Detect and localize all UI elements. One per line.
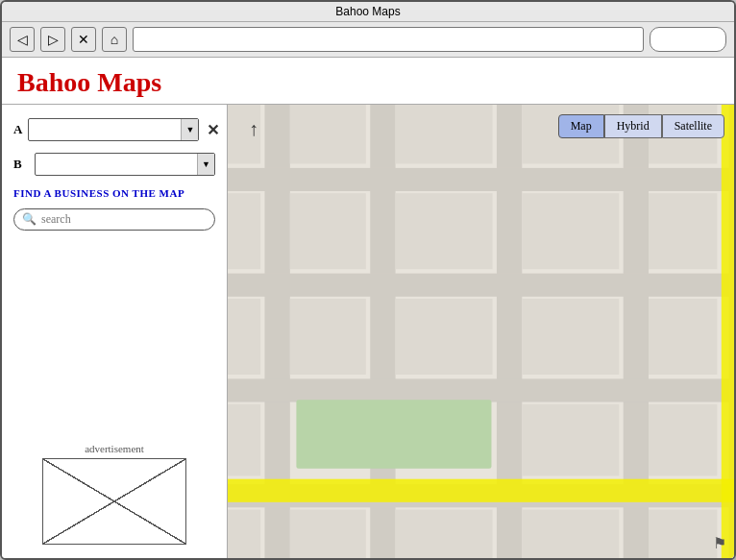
svg-rect-14: [396, 193, 493, 269]
title-bar: Bahoo Maps: [2, 2, 734, 22]
close-icon: ✕: [78, 32, 89, 47]
direction-b-dropdown[interactable]: ▼: [197, 154, 214, 175]
svg-rect-31: [290, 510, 366, 558]
hybrid-view-button[interactable]: Hybrid: [604, 114, 662, 138]
svg-rect-8: [228, 378, 734, 402]
svg-rect-30: [649, 404, 717, 476]
svg-rect-6: [228, 168, 734, 191]
svg-rect-7: [228, 274, 734, 297]
map-area: ↑ Map Hybrid Satellite ⚑: [228, 105, 734, 558]
nav-search-wrap: 🔍: [650, 27, 726, 52]
svg-rect-34: [649, 510, 717, 558]
svg-rect-24: [649, 299, 717, 375]
svg-rect-26: [228, 299, 260, 375]
north-arrow: ↑: [249, 118, 258, 140]
search-icon: 🔍: [22, 212, 37, 227]
ad-box: [42, 458, 186, 545]
find-business-link[interactable]: FIND A BUSINESS ON THE MAP: [13, 187, 215, 199]
home-icon: ⌂: [110, 32, 118, 47]
svg-rect-23: [649, 193, 717, 269]
svg-rect-32: [396, 510, 493, 558]
close-button[interactable]: ✕: [71, 27, 96, 52]
direction-b-row: B ▼: [13, 153, 215, 176]
direction-b-input[interactable]: [36, 155, 197, 174]
svg-rect-17: [396, 299, 493, 375]
page-title: Bahoo Maps: [17, 67, 161, 97]
direction-a-label: A: [13, 122, 22, 137]
svg-rect-35: [228, 510, 260, 558]
svg-rect-11: [722, 105, 734, 558]
home-button[interactable]: ⌂: [102, 27, 127, 52]
nav-bar: ◁ ▷ ✕ ⌂ 🔍: [2, 22, 734, 58]
svg-rect-19: [290, 105, 366, 163]
direction-a-input-wrap: ▼: [28, 118, 199, 141]
svg-rect-20: [396, 105, 493, 163]
forward-button[interactable]: ▷: [40, 27, 65, 52]
search-input[interactable]: [41, 212, 207, 227]
direction-a-input[interactable]: [29, 120, 181, 139]
page-title-bar: Bahoo Maps: [2, 58, 734, 104]
browser-window: Bahoo Maps ◁ ▷ ✕ ⌂ 🔍 Bahoo Maps: [0, 0, 736, 560]
satellite-view-button[interactable]: Satellite: [662, 114, 724, 138]
back-icon: ◁: [17, 32, 28, 47]
address-bar[interactable]: [133, 27, 644, 52]
svg-rect-16: [290, 299, 366, 375]
watermark: ⚑: [713, 534, 726, 552]
direction-a-dropdown[interactable]: ▼: [181, 119, 198, 140]
forward-icon: ▷: [48, 32, 59, 47]
map-svg: [228, 105, 734, 558]
back-button[interactable]: ◁: [10, 27, 35, 52]
direction-b-label: B: [13, 157, 29, 172]
direction-a-row: A ▼ ✕: [13, 118, 215, 141]
main-area: A ▼ ✕ B ▼ FIND A BUSINESS ON TH: [2, 104, 734, 558]
svg-rect-15: [522, 193, 619, 269]
svg-rect-33: [522, 510, 619, 558]
map-controls: Map Hybrid Satellite: [558, 114, 724, 138]
browser-title: Bahoo Maps: [335, 5, 400, 18]
sidebar: A ▼ ✕ B ▼ FIND A BUSINESS ON TH: [2, 105, 228, 558]
svg-rect-25: [228, 193, 260, 269]
map-view-button[interactable]: Map: [558, 114, 604, 138]
ad-label: advertisement: [85, 443, 144, 454]
svg-rect-10: [228, 479, 734, 502]
svg-rect-29: [522, 404, 619, 476]
page-content: Bahoo Maps A ▼ ✕ B: [2, 58, 734, 558]
svg-rect-13: [290, 193, 366, 269]
svg-rect-12: [296, 400, 491, 468]
clear-directions-button[interactable]: ✕: [205, 121, 221, 139]
svg-rect-28: [228, 404, 260, 476]
svg-rect-18: [522, 299, 619, 375]
nav-search-input[interactable]: [650, 27, 726, 52]
direction-b-input-wrap: ▼: [35, 153, 215, 176]
search-input-wrap: 🔍: [13, 208, 215, 231]
ad-section: advertisement: [13, 443, 215, 545]
